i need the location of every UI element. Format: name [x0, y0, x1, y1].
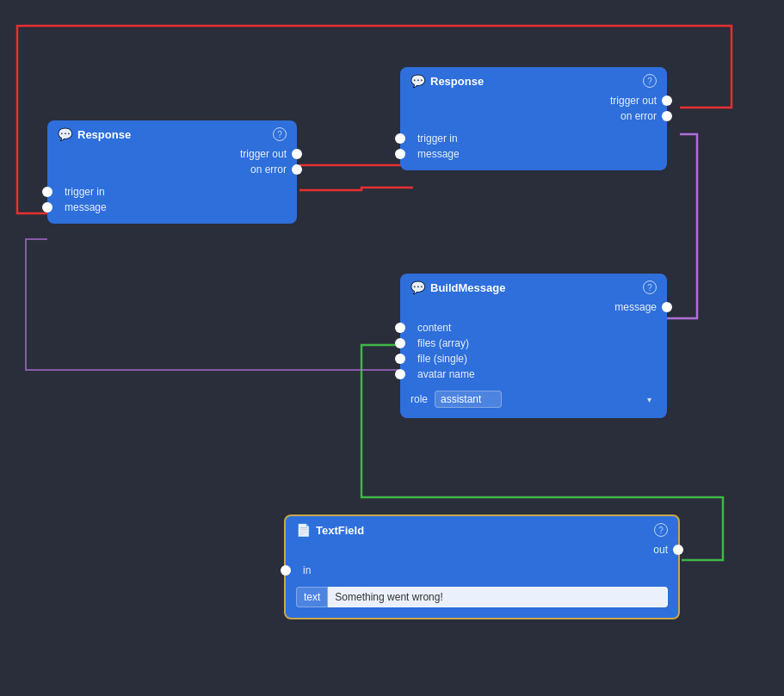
response-right-message-dot[interactable]	[395, 149, 405, 159]
buildmessage-files-array-dot[interactable]	[395, 338, 405, 348]
response-left-icon: 💬	[58, 127, 72, 141]
response-right-trigger-out-dot[interactable]	[662, 95, 672, 106]
response-right-trigger-in-label: trigger in	[417, 132, 458, 145]
canvas: 💬 Response ? trigger out on error trigge…	[0, 0, 784, 696]
response-right-on-error-label: on error	[620, 110, 657, 122]
buildmessage-file-single-label: file (single)	[417, 353, 467, 365]
response-right-label: Response	[430, 75, 484, 88]
node-buildmessage: 💬 BuildMessage ? message content files (…	[400, 274, 667, 418]
response-right-trigger-out-row: trigger out	[411, 95, 657, 107]
role-select-wrapper: assistant user system ▾	[435, 391, 657, 408]
textfield-in-label: in	[303, 564, 311, 576]
textfield-out-row: out	[296, 544, 668, 556]
buildmessage-message-out-dot[interactable]	[662, 302, 672, 312]
response-left-help[interactable]: ?	[273, 127, 287, 141]
response-right-trigger-in-row: trigger in	[411, 132, 657, 145]
buildmessage-content-label: content	[417, 322, 451, 334]
response-left-label: Response	[77, 128, 131, 141]
textfield-text-label: text	[296, 587, 328, 607]
response-left-trigger-out-dot[interactable]	[292, 149, 302, 159]
response-left-message-label: message	[65, 201, 107, 213]
response-left-on-error-dot[interactable]	[292, 164, 302, 175]
response-left-trigger-in-row: trigger in	[58, 186, 287, 198]
role-select[interactable]: assistant user system	[435, 391, 502, 408]
response-right-message-label: message	[417, 148, 460, 160]
buildmessage-files-array-label: files (array)	[417, 337, 469, 349]
textfield-help[interactable]: ?	[654, 523, 668, 537]
textfield-label: TextField	[316, 524, 364, 537]
buildmessage-icon: 💬	[411, 280, 425, 294]
response-right-icon: 💬	[411, 74, 425, 88]
response-right-ports: trigger out on error trigger in message	[411, 95, 657, 160]
textfield-in-dot[interactable]	[281, 565, 291, 576]
buildmessage-avatar-label: avatar name	[417, 368, 475, 380]
node-response-left: 💬 Response ? trigger out on error trigge…	[47, 120, 297, 224]
response-left-message-dot[interactable]	[42, 202, 52, 212]
buildmessage-label: BuildMessage	[430, 281, 505, 294]
textfield-icon: 📄	[296, 523, 311, 537]
buildmessage-file-single-row: file (single)	[411, 353, 657, 365]
response-left-on-error-label: on error	[250, 163, 287, 176]
response-left-trigger-out-row: trigger out	[58, 148, 287, 160]
response-right-on-error-row: on error	[411, 110, 657, 122]
node-textfield-header: 📄 TextField ?	[296, 523, 668, 537]
buildmessage-avatar-dot[interactable]	[395, 369, 405, 379]
buildmessage-files-array-row: files (array)	[411, 337, 657, 349]
buildmessage-content-dot[interactable]	[395, 323, 405, 333]
buildmessage-file-single-dot[interactable]	[395, 354, 405, 364]
node-response-right-title: 💬 Response	[411, 74, 484, 88]
response-right-trigger-out-label: trigger out	[610, 95, 657, 107]
response-left-ports: trigger out on error trigger in message	[58, 148, 287, 213]
textfield-out-label: out	[653, 544, 668, 556]
response-left-message-row: message	[58, 201, 287, 213]
response-right-on-error-dot[interactable]	[662, 111, 672, 121]
response-right-message-row: message	[411, 148, 657, 160]
response-left-trigger-in-dot[interactable]	[42, 187, 52, 197]
node-textfield-title: 📄 TextField	[296, 523, 364, 537]
buildmessage-role-label: role	[411, 393, 428, 405]
response-left-on-error-row: on error	[58, 163, 287, 176]
textfield-ports: out in text	[296, 544, 668, 607]
node-response-left-header: 💬 Response ?	[58, 127, 287, 141]
buildmessage-message-out-label: message	[614, 301, 657, 313]
node-response-right-header: 💬 Response ?	[411, 74, 657, 88]
buildmessage-role-row: role assistant user system ▾	[411, 391, 657, 408]
buildmessage-help[interactable]: ?	[643, 280, 657, 294]
textfield-out-dot[interactable]	[673, 545, 683, 555]
node-buildmessage-title: 💬 BuildMessage	[411, 280, 505, 294]
node-response-left-title: 💬 Response	[58, 127, 131, 141]
response-right-trigger-in-dot[interactable]	[395, 133, 405, 144]
buildmessage-ports: message content files (array) file (sing…	[411, 301, 657, 408]
response-left-trigger-in-label: trigger in	[65, 186, 105, 198]
node-response-right: 💬 Response ? trigger out on error trigge…	[400, 67, 667, 170]
response-left-trigger-out-label: trigger out	[240, 148, 287, 160]
buildmessage-message-out-row: message	[411, 301, 657, 313]
textfield-text-input[interactable]	[328, 587, 668, 607]
role-select-arrow: ▾	[647, 395, 651, 404]
textfield-in-row: in	[296, 564, 668, 576]
response-right-help[interactable]: ?	[643, 74, 657, 88]
buildmessage-avatar-row: avatar name	[411, 368, 657, 380]
node-textfield: 📄 TextField ? out in text	[284, 514, 680, 619]
node-buildmessage-header: 💬 BuildMessage ?	[411, 280, 657, 294]
textfield-input-row: text	[296, 587, 668, 607]
buildmessage-content-row: content	[411, 322, 657, 334]
